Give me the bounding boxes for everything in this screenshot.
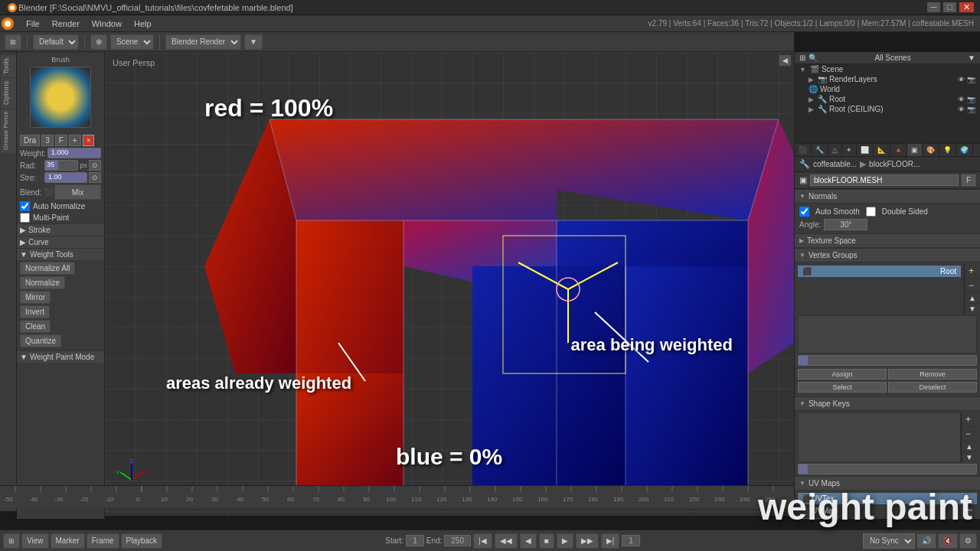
outliner-icon2[interactable]: 🔍 — [808, 54, 818, 62]
layout-select[interactable]: Default — [33, 34, 79, 50]
status-playback-btn[interactable]: Playback — [121, 533, 163, 549]
scene-select[interactable]: Scene — [110, 34, 154, 50]
vg-add-btn[interactable]: + — [965, 264, 980, 279]
mesh-path[interactable]: blockFLOOR... — [869, 160, 920, 168]
stop-btn[interactable]: ■ — [539, 533, 554, 549]
uv-remove-btn[interactable]: − — [813, 518, 827, 519]
normalize-all-btn[interactable]: Normalize All — [20, 262, 75, 275]
uv-maps-section[interactable]: ▼ UV Maps — [795, 476, 980, 491]
close-btn[interactable]: ✕ — [959, 2, 974, 12]
prop-tab-6[interactable]: 📐 — [874, 144, 890, 156]
viewport-collapse-btn[interactable]: ◀ — [779, 55, 791, 66]
menu-help[interactable]: Help — [128, 18, 158, 30]
blend-select[interactable]: Mix — [54, 184, 101, 200]
prop-tab-11[interactable]: 🌍 — [956, 144, 973, 156]
object-name[interactable]: coffeatable... — [813, 160, 857, 168]
vg-deselect-btn[interactable]: Deselect — [888, 382, 977, 393]
weight-paint-mode-section[interactable]: ▼ Weight Paint Mode — [17, 350, 104, 363]
vg-remove-btn[interactable]: − — [965, 279, 980, 293]
texture-space-section[interactable]: ▶ Texture Space — [795, 233, 980, 248]
current-frame[interactable]: 1 — [622, 535, 640, 546]
uvmap-uvtex[interactable]: ⬛ UVTex 📷 — [798, 493, 977, 504]
prop-tab-9[interactable]: 🎨 — [923, 144, 939, 156]
maximize-btn[interactable]: □ — [943, 2, 956, 12]
scene-label[interactable]: Scene — [822, 65, 843, 73]
sk-add-btn[interactable]: + — [962, 412, 977, 427]
renderlayers-icon2[interactable]: 📷 — [967, 76, 975, 83]
prop-tab-1[interactable]: ⬛ — [795, 144, 812, 156]
end-input[interactable]: 250 — [444, 535, 471, 546]
vertex-group-root[interactable]: ⬛ Root — [798, 266, 961, 277]
curve-section[interactable]: ▶ Curve — [17, 236, 104, 248]
shape-keys-slider[interactable] — [798, 464, 977, 474]
mode-icon1[interactable]: 3 — [41, 135, 54, 146]
tab-options[interactable]: Options — [1, 78, 16, 108]
jump-start-btn[interactable]: |◀ — [473, 533, 492, 549]
ceiling-vis[interactable]: 👁 — [958, 106, 965, 113]
clean-btn[interactable]: Clean — [20, 320, 51, 333]
menu-render[interactable]: Render — [46, 18, 86, 30]
normals-section-header[interactable]: ▼ Normals — [795, 189, 980, 204]
sk-down-btn[interactable]: ▼ — [962, 452, 977, 462]
angle-value[interactable]: 30° — [824, 219, 867, 230]
engine-select[interactable]: Blender Render — [165, 34, 241, 50]
ceiling-render[interactable]: 📷 — [967, 106, 975, 113]
strength-slider[interactable]: 1.00 — [44, 172, 87, 183]
double-sided-checkbox[interactable] — [866, 207, 876, 217]
menu-window[interactable]: Window — [86, 18, 128, 30]
prop-tab-7[interactable]: 🔺 — [890, 144, 907, 156]
prop-tab-2[interactable]: 🔧 — [812, 144, 828, 156]
outliner-settings-icon[interactable]: ▼ — [968, 54, 975, 62]
mode-btn[interactable]: Dra — [20, 135, 40, 146]
mute-btn[interactable]: 🔇 — [938, 533, 958, 549]
root-label[interactable]: Root — [829, 95, 845, 103]
world-label[interactable]: World — [820, 85, 840, 93]
mode-icon3[interactable]: + — [69, 135, 81, 146]
mode-icon4[interactable]: × — [83, 135, 95, 146]
uv-add-btn[interactable]: + — [798, 518, 812, 519]
f-button[interactable]: F — [962, 174, 975, 186]
sk-remove-btn[interactable]: − — [962, 427, 977, 442]
auto-normalize-checkbox[interactable] — [20, 201, 30, 211]
radius-pressure-btn[interactable]: ⊙ — [89, 160, 101, 171]
menu-file[interactable]: File — [20, 18, 46, 30]
step-back-btn[interactable]: ◀◀ — [495, 533, 518, 549]
mode-icon2[interactable]: F — [55, 135, 67, 146]
settings-btn[interactable]: ⚙ — [959, 533, 977, 549]
prop-tab-4[interactable]: ✦ — [842, 144, 857, 156]
quantize-btn[interactable]: Quantize — [20, 334, 61, 347]
vertex-groups-section[interactable]: ▼ Vertex Groups — [795, 248, 980, 262]
step-fwd-btn[interactable]: ▶▶ — [576, 533, 599, 549]
sync-select[interactable]: No Sync — [863, 533, 915, 549]
renderlayers-vis[interactable]: 👁 — [958, 76, 965, 83]
prop-tab-5[interactable]: ⬜ — [857, 144, 874, 156]
uvmap-cam-icon[interactable]: 📷 — [964, 507, 972, 515]
weight-slider[interactable]: 1.000 — [47, 148, 101, 158]
tab-grease-pencil[interactable]: Grease Pencil — [1, 109, 16, 153]
normalize-btn[interactable]: Normalize — [20, 276, 65, 289]
radius-slider[interactable]: 35 — [44, 160, 78, 171]
vertex-group-slider[interactable] — [798, 355, 977, 366]
status-icon-btn[interactable]: ⊞ — [3, 533, 20, 549]
minimize-btn[interactable]: ─ — [927, 2, 941, 12]
strength-pressure-btn[interactable]: ⊙ — [89, 172, 101, 183]
uvmap-uvmap[interactable]: ⬛ UVMap 📷 — [798, 505, 977, 517]
status-frame-btn[interactable]: Frame — [87, 533, 119, 549]
mirror-btn[interactable]: Mirror — [20, 291, 51, 304]
auto-smooth-checkbox[interactable] — [799, 207, 809, 217]
renderlayers-label[interactable]: RenderLayers — [829, 75, 877, 83]
view-mode-btn[interactable]: ⊞ — [5, 34, 21, 50]
engine-settings-btn[interactable]: ▼ — [244, 34, 263, 50]
vg-assign-btn[interactable]: Assign — [798, 369, 887, 380]
play-btn[interactable]: ▶ — [557, 533, 573, 549]
vg-remove2-btn[interactable]: Remove — [888, 369, 977, 380]
brush-preview[interactable] — [30, 67, 91, 128]
tab-tools[interactable]: Tools — [1, 55, 16, 77]
sk-up-btn[interactable]: ▲ — [962, 442, 977, 452]
vg-up-btn[interactable]: ▲ — [965, 293, 980, 304]
root-render[interactable]: 📷 — [967, 96, 975, 103]
stroke-section[interactable]: ▶ Stroke — [17, 223, 104, 236]
vg-down-btn[interactable]: ▼ — [965, 304, 980, 314]
invert-btn[interactable]: Invert — [20, 305, 50, 318]
prop-tab-mesh[interactable]: ▣ — [907, 144, 923, 156]
